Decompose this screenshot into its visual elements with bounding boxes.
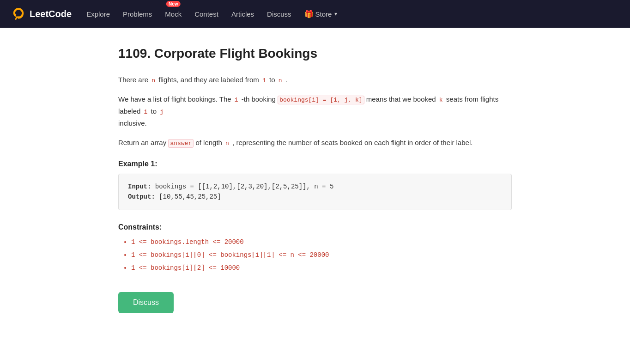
desc-p1-to: to bbox=[269, 76, 275, 84]
nav-link-contest[interactable]: Contest bbox=[194, 10, 218, 18]
j-code: j bbox=[158, 108, 165, 116]
logo-text: LeetCode bbox=[30, 9, 72, 19]
desc-p1-text2: flights, and they are labeled from bbox=[158, 76, 259, 84]
nav-item-contest[interactable]: Contest bbox=[194, 10, 218, 18]
nav-item-mock[interactable]: New Mock bbox=[165, 10, 182, 18]
description-para-1: There are n flights, and they are labele… bbox=[118, 74, 512, 86]
i-code-2: i bbox=[143, 108, 149, 116]
description-para-3: Return an array answer of length n , rep… bbox=[118, 137, 512, 149]
i-code-1: i bbox=[233, 96, 240, 104]
nav-item-discuss[interactable]: Discuss bbox=[267, 10, 291, 18]
example1-output-line: Output: [10,55,45,25,25] bbox=[128, 192, 502, 202]
store-label: Store bbox=[315, 10, 332, 18]
constraints-list: 1 <= bookings.length <= 20000 1 <= booki… bbox=[118, 237, 512, 273]
store-link[interactable]: 🎁 Store ▾ bbox=[304, 10, 338, 18]
gift-icon: 🎁 bbox=[304, 10, 314, 18]
nav-link-explore[interactable]: Explore bbox=[86, 10, 110, 18]
logo-icon bbox=[11, 6, 26, 21]
nav-links: Explore Problems New Mock Contest Articl… bbox=[86, 10, 337, 18]
store-dropdown-arrow: ▾ bbox=[334, 11, 337, 17]
answer-code: answer bbox=[168, 139, 194, 148]
n-code-1: n bbox=[150, 77, 157, 85]
discuss-button[interactable]: Discuss bbox=[118, 292, 174, 313]
constraints-title: Constraints: bbox=[118, 223, 512, 231]
k-code: k bbox=[438, 96, 444, 104]
n-code-3: n bbox=[224, 140, 230, 147]
nav-link-articles[interactable]: Articles bbox=[231, 10, 254, 18]
nav-link-discuss[interactable]: Discuss bbox=[267, 10, 291, 18]
description-para-2: We have a list of flight bookings. The i… bbox=[118, 93, 512, 129]
problem-description: There are n flights, and they are labele… bbox=[118, 74, 512, 149]
desc-p3-text2: of length bbox=[195, 139, 222, 146]
desc-p2-to: to bbox=[151, 107, 157, 115]
nav-link-mock[interactable]: Mock bbox=[165, 10, 182, 18]
logo-link[interactable]: LeetCode bbox=[11, 6, 72, 21]
navbar: LeetCode Explore Problems New Mock Conte… bbox=[0, 0, 630, 28]
constraint-item-3: 1 <= bookings[i][2] <= 10000 bbox=[131, 263, 512, 273]
main-content: 1109. Corporate Flight Bookings There ar… bbox=[107, 28, 523, 341]
nav-link-problems[interactable]: Problems bbox=[123, 10, 152, 18]
desc-p1-text1: There are bbox=[118, 76, 148, 84]
one-code: 1 bbox=[261, 77, 267, 85]
desc-p1-period: . bbox=[285, 76, 287, 84]
desc-p2-text1: We have a list of flight bookings. The bbox=[118, 95, 231, 103]
nav-item-store[interactable]: 🎁 Store ▾ bbox=[304, 10, 338, 18]
constraint-item-2: 1 <= bookings[i][0] <= bookings[i][1] <=… bbox=[131, 250, 512, 260]
desc-p3-text1: Return an array bbox=[118, 139, 166, 146]
mock-new-badge: New bbox=[166, 1, 181, 7]
nav-item-explore[interactable]: Explore bbox=[86, 10, 110, 18]
desc-p3-text3: , representing the number of seats booke… bbox=[232, 139, 472, 146]
output-value: [10,55,45,25,25] bbox=[159, 193, 221, 200]
desc-p2-inclusive: inclusive. bbox=[118, 119, 147, 127]
desc-p2-text2: -th booking bbox=[242, 95, 276, 103]
constraint-item-1: 1 <= bookings.length <= 20000 bbox=[131, 237, 512, 247]
input-label: Input: bbox=[128, 183, 151, 190]
constraints-section: Constraints: 1 <= bookings.length <= 200… bbox=[118, 223, 512, 273]
example1-code-block: Input: bookings = [[1,2,10],[2,3,20],[2,… bbox=[118, 174, 512, 210]
nav-item-problems[interactable]: Problems bbox=[123, 10, 152, 18]
problem-title: 1109. Corporate Flight Bookings bbox=[118, 46, 512, 61]
bookings-code: bookings[i] = [i, j, k] bbox=[278, 96, 364, 104]
desc-p2-text3: means that we booked bbox=[366, 95, 436, 103]
nav-item-articles[interactable]: Articles bbox=[231, 10, 254, 18]
output-label: Output: bbox=[128, 193, 155, 200]
n-code-2: n bbox=[277, 77, 284, 85]
example1-input-line: Input: bookings = [[1,2,10],[2,3,20],[2,… bbox=[128, 182, 502, 192]
input-value: bookings = [[1,2,10],[2,3,20],[2,5,25]],… bbox=[155, 183, 333, 190]
example1-title: Example 1: bbox=[118, 160, 512, 168]
